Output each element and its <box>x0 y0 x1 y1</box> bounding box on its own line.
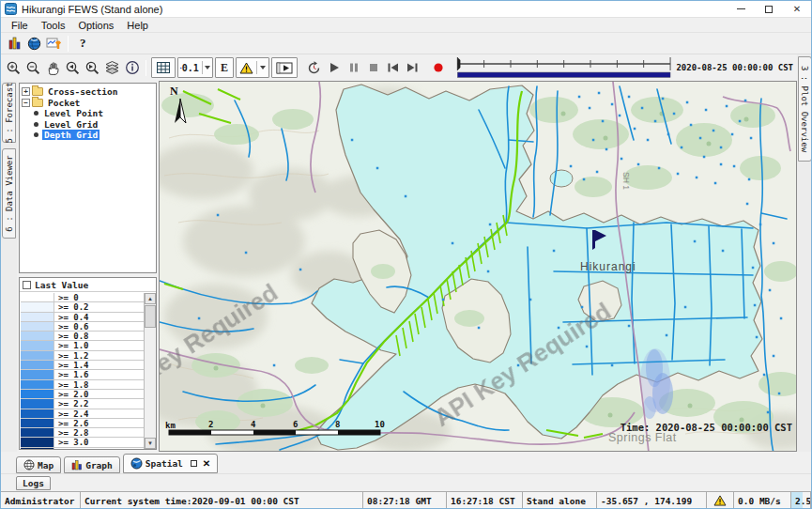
legend-row[interactable]: >= 0.6 <box>21 322 144 332</box>
legend-row[interactable]: >= 0.4 <box>21 313 144 322</box>
legend-row[interactable]: >= 0 <box>21 293 144 302</box>
timeline-slider[interactable] <box>455 55 672 80</box>
loop-animation-button[interactable] <box>304 58 324 78</box>
tab-plot-overview[interactable]: 3 : Plot Overview <box>798 56 812 162</box>
maximize-button[interactable] <box>755 1 783 17</box>
zoom-out-button[interactable] <box>23 58 43 78</box>
scroll-up-icon[interactable]: ▲ <box>145 293 156 304</box>
main-toolbar: ? <box>1 33 811 54</box>
filters-tree: + Cross-section − Pocket Level Point Lev… <box>19 83 157 273</box>
menu-help[interactable]: Help <box>120 20 155 31</box>
bottom-tab-bar: Map Graph Spatial ✕ <box>1 452 811 474</box>
logs-tab[interactable]: Logs <box>16 476 51 490</box>
tree-item-depth-grid[interactable]: Depth Grid <box>22 130 156 141</box>
help-button[interactable]: ? <box>72 36 94 51</box>
tab-graph[interactable]: Graph <box>64 456 120 473</box>
tree-item-label: Pocket <box>46 98 82 108</box>
map-time-label: Time: 2020-08-25 00:00:00 CST <box>620 422 792 433</box>
warning-dropdown-button[interactable] <box>236 57 269 78</box>
legend-row[interactable]: >= 2.6 <box>21 419 144 428</box>
zoom-in-button[interactable] <box>4 58 23 78</box>
zoom-next-button[interactable] <box>83 58 102 78</box>
tree-item-level-point[interactable]: Level Point <box>22 108 156 119</box>
map-canvas[interactable]: Hikurangi Springs Flat SH 1 N km 2 4 6 8… <box>160 82 797 452</box>
menu-tools[interactable]: Tools <box>35 20 72 31</box>
menu-file[interactable]: File <box>5 20 35 31</box>
pause-button[interactable] <box>344 58 363 78</box>
interval-dropdown-button[interactable]: 0.1 <box>177 57 213 78</box>
chevron-down-icon <box>205 66 210 69</box>
status-coordinates: -35.657 , 174.199 <box>596 491 707 509</box>
legend-row-label: >= 0.4 <box>54 313 144 321</box>
movie-icon <box>276 62 293 74</box>
legend-row[interactable]: >= 2.2 <box>21 399 144 409</box>
legend-row-label: >= 3.2 <box>54 448 144 449</box>
tab-forecast[interactable]: 5 : Forecast <box>2 83 16 143</box>
zoom-previous-button[interactable] <box>63 58 83 78</box>
first-frame-button[interactable] <box>383 58 403 78</box>
legend-row[interactable]: >= 1.0 <box>21 341 144 350</box>
legend-row[interactable]: >= 3.2 <box>21 448 144 449</box>
legend-row[interactable]: >= 1.2 <box>21 351 144 361</box>
last-value-checkbox[interactable] <box>23 281 31 289</box>
scroll-down-icon[interactable]: ▼ <box>145 438 156 449</box>
scale-tick: 6 <box>293 420 298 429</box>
legend-row[interactable]: >= 1.6 <box>21 370 144 379</box>
map-toolbar: 0.1 E <box>1 54 797 81</box>
info-button[interactable] <box>122 58 142 78</box>
tree-item-level-grid[interactable]: Level Grid <box>22 119 156 131</box>
legend-swatch <box>21 361 54 369</box>
expand-icon[interactable]: + <box>22 87 30 96</box>
legend-row[interactable]: >= 0.8 <box>21 332 144 341</box>
legend-row[interactable]: >= 0.2 <box>21 302 144 312</box>
road-label: SH 1 <box>621 172 631 190</box>
legend-swatch <box>21 390 54 398</box>
stop-button[interactable] <box>363 58 383 78</box>
panel-restore-icon[interactable] <box>191 460 197 467</box>
tree-item-label: Level Grid <box>42 119 100 130</box>
tab-spatial[interactable]: Spatial ✕ <box>123 454 218 473</box>
legend-row[interactable]: >= 2.4 <box>21 409 144 419</box>
last-frame-button[interactable] <box>403 58 422 78</box>
tab-map[interactable]: Map <box>16 456 61 473</box>
pan-button[interactable] <box>43 58 63 78</box>
tree-item-pocket[interactable]: − Pocket <box>22 98 156 109</box>
close-button[interactable]: ✕ <box>783 1 811 17</box>
legend-row[interactable]: >= 1.4 <box>21 361 144 370</box>
scroll-thumb[interactable] <box>145 305 156 328</box>
minimize-button[interactable] <box>727 1 755 17</box>
record-button[interactable] <box>428 58 448 78</box>
map-display-button[interactable] <box>24 34 44 54</box>
panel-close-icon[interactable]: ✕ <box>203 458 210 469</box>
legend-scrollbar[interactable]: ▲ ▼ <box>144 293 156 449</box>
animation-export-button[interactable] <box>271 57 298 78</box>
warning-icon <box>713 495 727 506</box>
collapse-icon[interactable]: − <box>22 99 30 107</box>
skip-start-icon <box>387 62 399 73</box>
legend-row[interactable]: >= 3.0 <box>21 438 144 447</box>
timeseries-display-button[interactable] <box>44 34 64 54</box>
legend-row[interactable]: >= 1.8 <box>21 380 144 390</box>
legend-toggle-button[interactable]: E <box>215 57 234 78</box>
status-bar: Administrator Current system time:2020-0… <box>1 491 811 509</box>
explorer-button[interactable] <box>5 34 24 54</box>
grid-display-button[interactable] <box>151 57 176 78</box>
legend-swatch <box>21 399 54 408</box>
legend-panel: Last Value >= 0>= 0.2>= 0.4>= 0.6>= 0.8>… <box>19 277 157 450</box>
hand-icon <box>45 60 61 76</box>
grid-icon <box>156 61 171 74</box>
legend-row[interactable]: >= 2.8 <box>21 428 144 438</box>
status-download-rate: 0.0 MB/s <box>733 491 791 509</box>
tree-item-cross-section[interactable]: + Cross-section <box>22 86 156 98</box>
tab-data-viewer[interactable]: 6 : Data Viewer <box>2 148 16 239</box>
menu-bar: File Tools Options Help <box>1 18 811 33</box>
tree-item-label-selected: Depth Grid <box>42 130 100 140</box>
play-button[interactable] <box>324 58 344 78</box>
north-label: N <box>170 85 178 98</box>
menu-options[interactable]: Options <box>71 20 120 31</box>
map-viewport[interactable]: Hikurangi Springs Flat SH 1 N km 2 4 6 8… <box>159 81 797 452</box>
legend-swatch <box>21 341 54 349</box>
legend-row[interactable]: >= 2.0 <box>21 390 144 399</box>
status-warning-cell[interactable] <box>706 491 734 509</box>
layers-button[interactable] <box>102 58 122 78</box>
